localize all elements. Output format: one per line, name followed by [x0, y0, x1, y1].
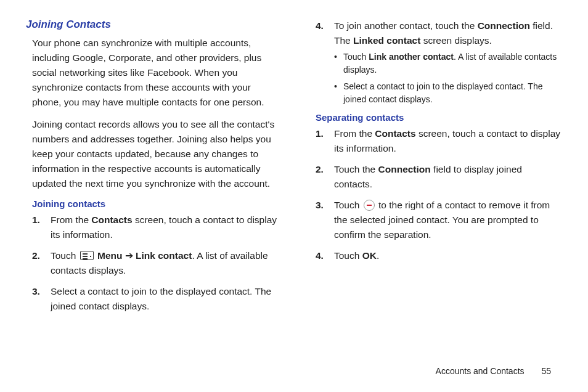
- label-link-another: Link another contact: [369, 52, 454, 62]
- intro-paragraph-1: Your phone can synchronize with multiple…: [32, 36, 279, 110]
- step-4: 4. Touch OK.: [316, 248, 562, 263]
- bullet-text: Select a contact to join to the displaye…: [343, 81, 543, 104]
- step-number: 4.: [316, 18, 324, 33]
- bullet-1: Touch Link another contact. A list of av…: [334, 51, 562, 76]
- step-text: To join another contact, touch the: [334, 20, 478, 31]
- page-footer: Accounts and Contacts 55: [436, 366, 551, 376]
- step-text: Touch the: [334, 164, 378, 174]
- left-column: Joining Contacts Your phone can synchron…: [26, 18, 279, 320]
- step-number: 4.: [316, 248, 324, 263]
- step-3: 3. Touch to the right of a contact to re…: [316, 198, 562, 242]
- step-number: 2.: [32, 248, 40, 263]
- step-text: Select a contact to join to the displaye…: [51, 286, 271, 311]
- step-text: Touch: [51, 250, 79, 261]
- remove-icon: [364, 200, 375, 211]
- step-text: .: [377, 250, 379, 261]
- label-contacts: Contacts: [91, 214, 132, 225]
- step-1: 1. From the Contacts screen, touch a con…: [316, 126, 562, 156]
- step-number: 3.: [32, 284, 40, 299]
- label-connection: Connection: [478, 20, 530, 31]
- joining-steps-cont: 4. To join another contact, touch the Co…: [316, 18, 562, 106]
- step-text: Touch: [334, 250, 362, 261]
- step-text: From the: [51, 214, 91, 225]
- step-text: screen displays.: [420, 35, 491, 46]
- label-linked-contact: Linked contact: [353, 35, 420, 46]
- label-link-contact: Link contact: [136, 250, 192, 261]
- step-2: 2. Touch Menu ➔ Link contact. A list of …: [32, 248, 279, 278]
- sub-heading-joining: Joining contacts: [32, 198, 279, 209]
- bullet-2: Select a contact to join to the displaye…: [334, 80, 562, 106]
- right-column: 4. To join another contact, touch the Co…: [309, 18, 562, 320]
- label-ok: OK: [362, 250, 377, 261]
- menu-icon: [80, 251, 94, 260]
- step-text: Touch: [334, 200, 362, 210]
- page-number: 55: [541, 366, 551, 376]
- step-number: 1.: [316, 126, 324, 141]
- step-number: 1.: [32, 213, 40, 227]
- arrow: ➔: [122, 250, 136, 261]
- step-number: 2.: [316, 162, 324, 177]
- step-3: 3. Select a contact to join to the displ…: [32, 284, 279, 314]
- sub-bullets: Touch Link another contact. A list of av…: [334, 51, 562, 106]
- footer-section: Accounts and Contacts: [436, 366, 525, 376]
- label-menu: Menu: [97, 250, 122, 261]
- step-text: From the: [334, 128, 375, 139]
- step-4: 4. To join another contact, touch the Co…: [316, 18, 562, 106]
- label-contacts: Contacts: [375, 128, 415, 139]
- sub-heading-separating: Separating contacts: [316, 112, 562, 123]
- step-2: 2. Touch the Connection field to display…: [316, 162, 562, 192]
- joining-steps: 1. From the Contacts screen, touch a con…: [32, 213, 279, 314]
- step-number: 3.: [316, 198, 324, 213]
- separating-steps: 1. From the Contacts screen, touch a con…: [316, 126, 562, 263]
- bullet-text: Touch: [343, 52, 369, 62]
- step-1: 1. From the Contacts screen, touch a con…: [32, 213, 279, 242]
- label-connection: Connection: [378, 164, 431, 174]
- section-title: Joining Contacts: [26, 18, 279, 31]
- intro-paragraph-2: Joining contact records allows you to se…: [32, 117, 279, 191]
